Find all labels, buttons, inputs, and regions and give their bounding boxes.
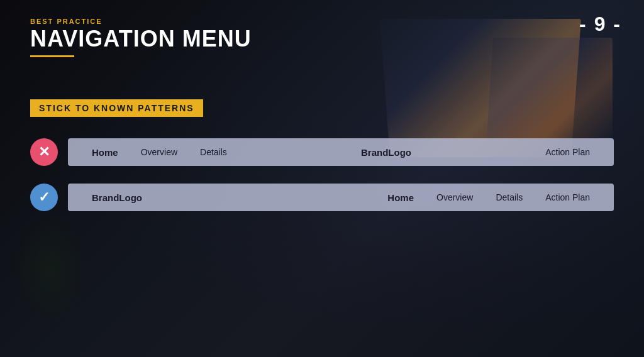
nav-item-details-wrong[interactable]: Details [189,138,238,166]
nav-example-right: ✓ BrandLogo Home Overview Details Action… [30,184,614,211]
nav-example-wrong: ✕ Home Overview Details BrandLogo Action… [30,138,614,166]
best-practice-label: BEST PRACTICE [30,18,252,25]
nav-item-actionplan-wrong[interactable]: Action Plan [534,138,601,166]
nav-bar-wrong: Home Overview Details BrandLogo Action P… [68,138,614,166]
page-title: NAVIGATION MENU [30,26,252,52]
nav-item-details-right[interactable]: Details [484,184,534,211]
section-label: STICK TO KNOWN PATTERNS [30,99,203,117]
nav-examples: ✕ Home Overview Details BrandLogo Action… [30,138,614,211]
nav-item-overview-right[interactable]: Overview [425,184,484,211]
monitor-decoration-2 [487,38,613,138]
page-number: - 9 - [579,13,621,36]
header: BEST PRACTICE NAVIGATION MENU [30,18,252,57]
title-underline [30,55,74,57]
nav-item-home-wrong[interactable]: Home [80,138,130,166]
nav-item-overview-wrong[interactable]: Overview [130,138,189,166]
wrong-badge: ✕ [30,138,58,166]
right-badge: ✓ [30,184,58,211]
nav-item-actionplan-right[interactable]: Action Plan [534,184,601,211]
nav-item-home-right[interactable]: Home [376,184,425,211]
nav-brand-wrong: BrandLogo [350,138,423,166]
nav-brand-right: BrandLogo [80,184,153,211]
nav-bar-right: BrandLogo Home Overview Details Action P… [68,184,614,211]
plant-decoration [13,212,88,326]
